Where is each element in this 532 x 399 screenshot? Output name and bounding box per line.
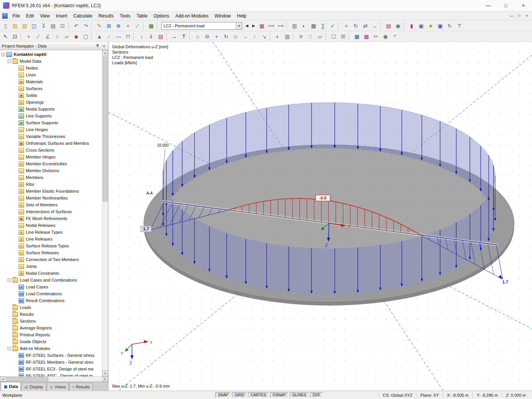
load-case-combo[interactable]: LC2 - Permanent load ▾ — [161, 22, 242, 30]
tree-item-member-nonlinearities[interactable]: ~ Member Nonlinearities — [0, 195, 102, 201]
numbering-button[interactable]: # — [296, 32, 306, 41]
open-project-button[interactable]: ▨ — [10, 21, 20, 30]
tree-item-result-combinations[interactable]: RC Result Combinations — [0, 297, 102, 304]
zoom-all-button[interactable]: ⌂ — [193, 32, 202, 41]
undo-button[interactable]: ↶ — [71, 21, 81, 30]
view-in-y-button[interactable]: ↑ — [250, 32, 259, 41]
tree-item-joints[interactable]: + Joints — [0, 263, 102, 270]
check-model-button[interactable]: ✓ — [328, 21, 337, 30]
tree-expander[interactable]: - — [8, 279, 11, 282]
tree-item-member-divisions[interactable]: ∶ Member Divisions — [0, 167, 102, 174]
select-window-button[interactable]: ⊡ — [10, 32, 20, 41]
mdi-restore-button[interactable]: □ — [515, 14, 523, 18]
tree-item-members[interactable]: — Members — [0, 174, 102, 181]
rotate-view-button[interactable]: ↻ — [221, 32, 231, 41]
panel-toggle-button[interactable]: ▮ — [407, 21, 416, 30]
tree-expander[interactable]: - — [8, 60, 11, 63]
tree-item-member-eccentricities[interactable]: ↦ Member Eccentricities — [0, 160, 102, 167]
tree-item-ribs[interactable]: ⊓ Ribs — [0, 181, 102, 188]
display-navigator-button[interactable]: ▥ — [290, 21, 299, 30]
tree-item-member-hinges[interactable]: ◦ Member Hinges — [0, 154, 102, 160]
new-solid-tool-button[interactable]: ◆ — [71, 32, 81, 41]
toggle-snap[interactable]: SNAP — [215, 392, 231, 398]
isometric-view-button[interactable]: ◇ — [231, 32, 240, 41]
tree-item-line-hinges[interactable]: ○ Line Hinges — [0, 126, 102, 133]
menu-calculate[interactable]: Calculate — [70, 11, 95, 20]
render-mode-button[interactable]: ◐ — [299, 21, 309, 30]
tree-item-guide-objects[interactable]: Guide Objects — [0, 338, 102, 345]
menu-tools[interactable]: Tools — [117, 11, 133, 20]
tree-item-load-combinations[interactable]: CO Load Combinations — [0, 290, 102, 297]
tree-item-surfaces[interactable]: ▱ Surfaces — [0, 85, 102, 92]
menu-view[interactable]: View — [37, 11, 53, 20]
menu-help[interactable]: Help — [234, 11, 249, 20]
dimension-button[interactable]: ↔ — [370, 21, 380, 30]
open-model-button[interactable]: ▧ — [20, 21, 29, 30]
tree-item-lines[interactable]: ∕ Lines — [0, 71, 102, 78]
tree-item-variable-thicknesses[interactable]: ≈ Variable Thicknesses — [0, 133, 102, 140]
new-circle-tool-button[interactable]: ○ — [52, 32, 62, 41]
tree-item-printout-reports[interactable]: Printout Reports — [0, 331, 102, 338]
zoom-in-button[interactable]: ⊕ — [114, 21, 123, 30]
mdi-close-button[interactable]: × — [523, 14, 530, 18]
fe-mesh-button[interactable]: ▩ — [309, 21, 318, 30]
tree-item-rf-steel-surfaces-general-stress[interactable]: RF RF-STEEL Surfaces - General stress — [0, 352, 102, 359]
new-opening-tool-button[interactable]: ▢ — [81, 32, 91, 41]
tab-results[interactable]: ≈ Results — [69, 383, 93, 391]
window-new-button[interactable]: ▣ — [435, 21, 445, 30]
view-in-x-button[interactable]: → — [240, 32, 250, 41]
menu-table[interactable]: Table — [133, 11, 151, 20]
select-pointer-button[interactable]: ↖ — [1, 32, 10, 41]
new-rib-tool-button[interactable]: ⊓ — [123, 32, 133, 41]
tree-item-nodes[interactable]: • Nodes — [0, 65, 102, 71]
tree-item-sections[interactable]: Sections — [0, 318, 102, 325]
tab-display[interactable]: ▤ Display — [21, 383, 46, 391]
menu-window[interactable]: Window — [211, 11, 234, 20]
new-node-tool-button[interactable]: + — [24, 32, 33, 41]
surface-load-tool-button[interactable]: ▤ — [156, 32, 165, 41]
select-all-button[interactable]: ☐ — [329, 32, 338, 41]
tree-expander[interactable]: - — [2, 53, 5, 56]
toggle-osnap[interactable]: OSNAP — [270, 392, 289, 398]
calculate-button[interactable]: ∑ — [318, 21, 328, 30]
scrollbar-thumb[interactable] — [103, 57, 108, 201]
show-results-button[interactable]: ▦ — [257, 21, 267, 30]
tree-item-member-elastic-foundations[interactable]: Ξ Member Elastic Foundations — [0, 188, 102, 195]
tree-horizontal-scrollbar[interactable]: ◂ ▸ — [0, 376, 108, 382]
refresh-button[interactable]: ↻ — [445, 21, 454, 30]
tree-item-average-regions[interactable]: Average Regions — [0, 325, 102, 331]
camera-button[interactable]: ◉ — [381, 32, 390, 41]
text-comment-tool-button[interactable]: T — [179, 32, 189, 41]
section-tool-button[interactable]: ▩ — [362, 32, 371, 41]
nodal-load-tool-button[interactable]: ↓ — [137, 32, 146, 41]
zoom-out-button[interactable]: ⊖ — [202, 32, 212, 41]
tree-item-nodal-constraints[interactable]: ⊗ Nodal Constraints — [0, 270, 102, 277]
user-defined-visibility-button[interactable]: ▥ — [283, 32, 292, 41]
tree-item-cross-sections[interactable]: I Cross-Sections — [0, 147, 102, 154]
toggle-dxf[interactable]: DXF — [310, 392, 323, 398]
menu-insert[interactable]: Insert — [53, 11, 70, 20]
menu-results[interactable]: Results — [95, 11, 117, 20]
visibility-mode-button[interactable]: ◐ — [273, 32, 283, 41]
line-load-tool-button[interactable]: ⇓ — [146, 32, 156, 41]
block-library-button[interactable]: ▦ — [352, 32, 362, 41]
tree-item-surface-releases[interactable]: ▭ Surface Releases — [0, 249, 102, 256]
tree-item-model-data[interactable]: - Model Data — [0, 58, 102, 65]
tree-item-line-releases[interactable]: ∥ Line Releases — [0, 236, 102, 242]
tree-item-loads[interactable]: Loads — [0, 304, 102, 311]
tree-item-surface-supports[interactable]: ⊞ Surface Supports — [0, 119, 102, 126]
redo-button[interactable]: ↷ — [81, 21, 91, 30]
tree-item-kontaktn-nap-t-[interactable]: - Kontaktní napětí — [0, 51, 102, 58]
tree-item-surface-release-types[interactable]: ▭ Surface Release Types — [0, 242, 102, 249]
tab-views[interactable]: ◎ Views — [47, 383, 69, 391]
move-entities-button[interactable]: + — [341, 21, 351, 30]
menu-file[interactable]: File — [10, 11, 23, 20]
scrollbar-thumb[interactable] — [6, 377, 48, 381]
workplane-tool-button[interactable]: ▱ — [315, 32, 325, 41]
new-node-button[interactable]: + — [123, 21, 133, 30]
new-hinge-tool-button[interactable]: ○ — [104, 32, 114, 41]
navigator-close-icon[interactable]: × — [102, 44, 106, 48]
printout-report-button[interactable]: ▤ — [384, 21, 393, 30]
menu-add-on-modules[interactable]: Add-on Modules — [172, 11, 211, 20]
add-module-button[interactable]: ★ — [426, 21, 435, 30]
